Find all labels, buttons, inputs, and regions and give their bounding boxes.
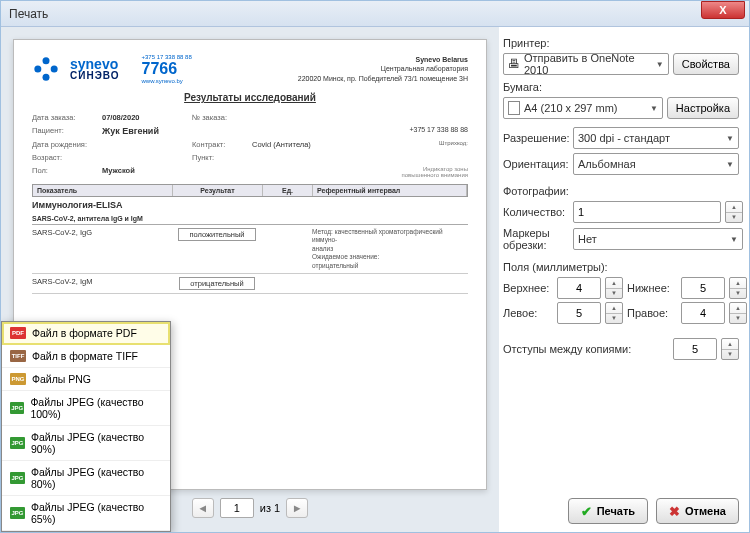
count-spinner[interactable]: ▲▼	[725, 201, 743, 223]
arrow-left-icon: ◄	[197, 502, 208, 514]
jpeg-file-icon: JPG	[10, 437, 25, 449]
gap-label: Отступы между копиями:	[503, 343, 669, 355]
page-icon	[508, 101, 520, 115]
paper-combo[interactable]: A4 (210 x 297 mm) ▼	[503, 97, 663, 119]
printer-combo[interactable]: 🖶 Отправить в OneNote 2010 ▼	[503, 53, 669, 75]
export-pdf[interactable]: PDFФайл в формате PDF	[2, 322, 170, 345]
jpeg-file-icon: JPG	[10, 507, 25, 519]
arrow-right-icon: ►	[292, 502, 303, 514]
settings-pane: Принтер: 🖶 Отправить в OneNote 2010 ▼ Св…	[499, 27, 749, 532]
prev-page-button[interactable]: ◄	[192, 498, 214, 518]
close-icon: X	[719, 4, 726, 16]
margin-top-spinner[interactable]: ▲▼	[605, 277, 623, 299]
svg-point-0	[43, 57, 50, 64]
result-row: SARS-CoV-2, IgM отрицательный	[32, 274, 468, 293]
margin-bottom-spinner[interactable]: ▲▼	[729, 277, 747, 299]
pdf-file-icon: PDF	[10, 327, 26, 339]
resolution-combo[interactable]: 300 dpi - стандарт▼	[573, 127, 739, 149]
print-button[interactable]: ✔Печать	[568, 498, 648, 524]
export-jpeg-80[interactable]: JPGФайлы JPEG (качество 80%)	[2, 461, 170, 496]
svg-point-1	[34, 66, 41, 73]
export-format-menu: PDFФайл в формате PDF TIFFФайл в формате…	[1, 321, 171, 532]
dialog-content: synevo СИНЭВО +375 17 338 88 88 7766 www…	[1, 27, 749, 532]
svg-point-4	[43, 66, 48, 71]
margin-bottom-label: Нижнее:	[627, 282, 677, 294]
photos-label: Фотографии:	[503, 185, 739, 197]
next-page-button[interactable]: ►	[286, 498, 308, 518]
page-input[interactable]	[220, 498, 254, 518]
chevron-down-icon: ▼	[726, 213, 742, 223]
chevron-down-icon: ▼	[730, 235, 738, 244]
window-title: Печать	[9, 7, 701, 21]
export-jpeg-65[interactable]: JPGФайлы JPEG (качество 65%)	[2, 496, 170, 531]
margin-top-label: Верхнее:	[503, 282, 553, 294]
gap-spinner[interactable]: ▲▼	[721, 338, 739, 360]
margin-left-label: Левое:	[503, 307, 553, 319]
margin-left-spinner[interactable]: ▲▼	[605, 302, 623, 324]
setup-button[interactable]: Настройка	[667, 97, 739, 119]
svg-point-3	[43, 74, 50, 81]
section-heading: Иммунология-ELISA	[32, 197, 468, 213]
paper-label: Бумага:	[503, 81, 739, 93]
chevron-down-icon: ▼	[726, 134, 734, 143]
count-label: Количество:	[503, 206, 569, 218]
png-file-icon: PNG	[10, 373, 26, 385]
synevo-logo-icon	[32, 55, 60, 83]
doc-title: Результаты исследований	[32, 92, 468, 103]
chevron-down-icon: ▼	[726, 160, 734, 169]
cancel-icon: ✖	[669, 504, 680, 519]
printer-label: Принтер:	[503, 37, 739, 49]
chevron-up-icon: ▲	[726, 202, 742, 213]
orientation-label: Ориентация:	[503, 158, 569, 170]
cancel-button[interactable]: ✖Отмена	[656, 498, 739, 524]
margin-right-label: Правое:	[627, 307, 677, 319]
logo-text: synevo СИНЭВО	[70, 57, 120, 81]
margins-label: Поля (миллиметры):	[503, 261, 739, 273]
close-button[interactable]: X	[701, 1, 745, 19]
fax-number: +375 17 338 88 88	[409, 126, 468, 133]
org-header: Synevo Belarus Центральная лаборатория 2…	[298, 55, 468, 82]
chevron-down-icon: ▼	[650, 104, 658, 113]
margin-bottom-input[interactable]	[681, 277, 725, 299]
preview-pane: synevo СИНЭВО +375 17 338 88 88 7766 www…	[1, 27, 499, 532]
export-jpeg-100[interactable]: JPGФайлы JPEG (качество 100%)	[2, 391, 170, 426]
margin-top-input[interactable]	[557, 277, 601, 299]
resolution-label: Разрешение:	[503, 132, 569, 144]
properties-button[interactable]: Свойства	[673, 53, 739, 75]
gap-input[interactable]	[673, 338, 717, 360]
page-of-label: из 1	[260, 502, 280, 514]
crop-label: Маркеры обрезки:	[503, 227, 569, 251]
result-row: SARS-CoV-2, IgG положительный Метод: кач…	[32, 225, 468, 273]
export-tiff[interactable]: TIFFФайл в формате TIFF	[2, 345, 170, 368]
results-table-header: Показатель Результат Ед. Референтный инт…	[32, 184, 468, 197]
svg-point-2	[51, 66, 58, 73]
margin-left-input[interactable]	[557, 302, 601, 324]
print-dialog-window: Печать X synevo СИНЭВО +375 17 338 88 88…	[0, 0, 750, 533]
margin-right-spinner[interactable]: ▲▼	[729, 302, 747, 324]
export-png[interactable]: PNGФайлы PNG	[2, 368, 170, 391]
crop-combo[interactable]: Нет▼	[573, 228, 743, 250]
jpeg-file-icon: JPG	[10, 472, 25, 484]
tiff-file-icon: TIFF	[10, 350, 26, 362]
titlebar: Печать X	[1, 1, 749, 27]
margin-right-input[interactable]	[681, 302, 725, 324]
orientation-combo[interactable]: Альбомная▼	[573, 153, 739, 175]
jpeg-file-icon: JPG	[10, 402, 24, 414]
subsection-heading: SARS-CoV-2, антитела IgG и IgM	[32, 213, 468, 225]
check-icon: ✔	[581, 504, 592, 519]
printer-icon: 🖶	[508, 57, 520, 71]
export-jpeg-90[interactable]: JPGФайлы JPEG (качество 90%)	[2, 426, 170, 461]
phone-block: +375 17 338 88 88 7766 www.synevo.by	[142, 54, 192, 84]
chevron-down-icon: ▼	[656, 60, 664, 69]
count-input[interactable]	[573, 201, 721, 223]
